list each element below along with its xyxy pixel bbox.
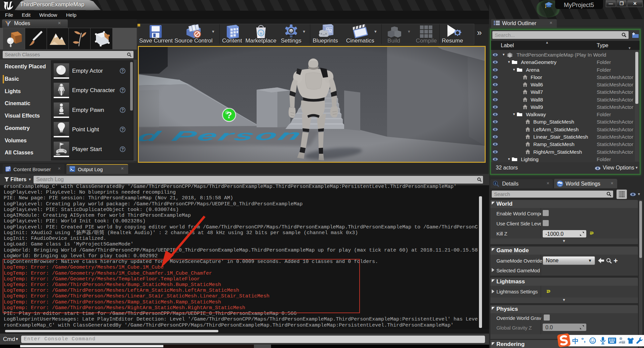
svg-text:12: 12 — [622, 341, 625, 344]
svg-text:u: u — [260, 30, 262, 36]
svg-text:i: i — [495, 182, 496, 185]
